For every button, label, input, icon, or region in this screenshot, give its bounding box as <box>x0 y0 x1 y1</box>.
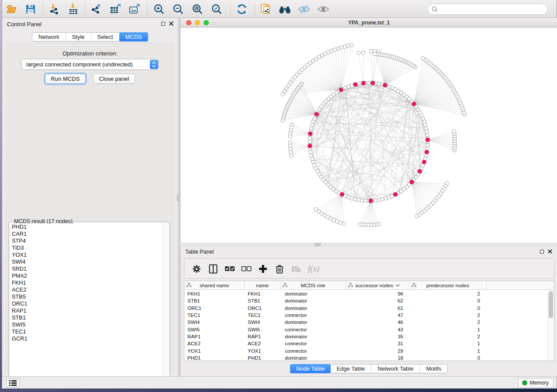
table-cell[interactable]: 31 <box>346 341 409 346</box>
table-cell[interactable]: 0 <box>409 306 486 311</box>
show-panels-button[interactable] <box>6 378 20 388</box>
refresh-button[interactable] <box>235 3 249 16</box>
search-field[interactable] <box>427 3 548 15</box>
tab-mcds[interactable]: MCDS <box>119 32 148 41</box>
table-cell[interactable]: 35 <box>346 334 409 339</box>
table-cell[interactable]: YOX1 <box>184 348 245 354</box>
zoom-fit-button[interactable] <box>191 3 204 16</box>
scrollbar-thumb[interactable] <box>549 291 553 318</box>
column-header-predecessor-nodes[interactable]: predecessor nodes <box>409 281 487 289</box>
save-session-button[interactable] <box>24 3 37 16</box>
table-row[interactable]: ORC1ORC1dominator610 <box>184 305 547 312</box>
column-header-successor-nodes[interactable]: successor nodes <box>346 281 409 289</box>
table-cell[interactable]: RAP1 <box>184 334 245 339</box>
table-settings-button[interactable] <box>190 263 203 275</box>
table-cell[interactable]: connector <box>280 341 346 346</box>
list-item[interactable]: PMA2 <box>10 272 163 279</box>
column-header-name[interactable]: name <box>245 281 280 289</box>
table-cell[interactable]: 2 <box>409 313 486 318</box>
table-cell[interactable]: 62 <box>346 298 409 303</box>
table-cell[interactable]: 2 <box>409 291 486 296</box>
table-cell[interactable]: STB1 <box>245 298 280 303</box>
delete-column-button[interactable] <box>273 263 286 275</box>
table-cell[interactable]: dominator <box>280 298 346 303</box>
close-panel-icon[interactable] <box>169 21 173 26</box>
table-cell[interactable]: 18 <box>346 355 409 361</box>
import-network-button[interactable] <box>48 3 61 16</box>
list-item[interactable]: SWI4 <box>10 258 163 265</box>
mcds-result-scrollbar[interactable] <box>163 223 169 381</box>
float-panel-icon[interactable] <box>540 250 544 254</box>
table-cell[interactable]: 1 <box>409 341 486 346</box>
table-cell[interactable]: connector <box>280 313 346 318</box>
table-row[interactable]: PHD1PHD1dominator180 <box>184 354 547 361</box>
list-item[interactable]: TID3 <box>10 244 163 251</box>
table-row[interactable]: RAP1RAP1dominator352 <box>184 333 547 340</box>
close-panel-icon[interactable] <box>548 249 552 254</box>
list-item[interactable]: YOX1 <box>10 251 163 258</box>
tab-network-table[interactable]: Network Table <box>371 364 420 373</box>
list-item[interactable]: STB5 <box>10 293 163 300</box>
tab-select[interactable]: Select <box>91 33 120 41</box>
deselect-all-button[interactable] <box>240 263 253 275</box>
add-column-button[interactable] <box>257 263 269 275</box>
table-row[interactable]: SWI4SWI4dominator462 <box>184 319 547 326</box>
horizontal-splitter[interactable] <box>180 243 557 247</box>
table-cell[interactable]: 1 <box>409 327 486 332</box>
table-cell[interactable]: connector <box>280 348 346 354</box>
splitter-grip-icon[interactable] <box>315 243 321 246</box>
table-cell[interactable]: dominator <box>280 355 346 361</box>
table-row[interactable]: STB1STB1dominator620 <box>184 297 547 304</box>
table-cell[interactable]: dominator <box>280 334 346 339</box>
table-cell[interactable]: SWI4 <box>184 320 245 325</box>
list-item[interactable]: GCR1 <box>10 335 163 342</box>
table-cell[interactable]: RAP1 <box>245 334 280 339</box>
list-item[interactable]: FKH1 <box>10 279 163 286</box>
table-cell[interactable]: TEC1 <box>245 313 280 318</box>
table-cell[interactable]: 0 <box>409 298 486 303</box>
show-all-button[interactable] <box>317 3 330 16</box>
list-item[interactable]: RAP1 <box>10 307 163 314</box>
hide-selected-button[interactable] <box>298 3 311 16</box>
table-cell[interactable]: SWI5 <box>245 327 280 332</box>
import-table-button[interactable] <box>67 3 80 16</box>
float-panel-icon[interactable] <box>161 22 165 26</box>
export-table-button[interactable] <box>109 3 122 16</box>
table-scrollbar[interactable] <box>547 290 554 361</box>
table-cell[interactable]: 2 <box>409 334 486 339</box>
list-item[interactable]: TEC1 <box>10 328 163 335</box>
table-row[interactable]: ACE2ACE2connector311 <box>184 340 547 347</box>
list-item[interactable]: ORC1 <box>10 300 163 307</box>
list-item[interactable]: SWI5 <box>10 321 163 328</box>
table-cell[interactable]: PHD1 <box>245 355 280 361</box>
table-row[interactable]: YOX1YOX1connector291 <box>184 347 547 354</box>
table-cell[interactable]: FKH1 <box>245 291 280 296</box>
list-item[interactable]: STB1 <box>10 314 163 321</box>
list-item[interactable]: ACE2 <box>10 286 163 293</box>
first-neighbors-button[interactable] <box>278 3 291 16</box>
table-cell[interactable]: 46 <box>346 320 409 325</box>
run-mcds-button[interactable]: Run MCDS <box>45 74 86 84</box>
tab-style[interactable]: Style <box>66 33 91 41</box>
table-cell[interactable]: PHD1 <box>184 355 245 361</box>
table-cell[interactable]: ORC1 <box>184 306 245 311</box>
close-panel-button[interactable]: Close panel <box>93 74 135 84</box>
table-cell[interactable]: YOX1 <box>245 348 280 354</box>
mcds-result-list[interactable]: PHD1CAR1STP4TID3YOX1SWI4SRD1PMA2FKH1ACE2… <box>10 224 163 381</box>
table-cell[interactable]: 1 <box>409 348 486 354</box>
table-cell[interactable]: ACE2 <box>245 341 280 346</box>
zoom-out-button[interactable] <box>172 3 185 16</box>
table-cell[interactable]: 0 <box>409 355 486 361</box>
table-cell[interactable]: SWI5 <box>184 327 245 332</box>
tab-edge-table[interactable]: Edge Table <box>330 364 371 373</box>
column-header-shared-name[interactable]: shared name <box>184 281 245 289</box>
table-row[interactable]: TEC1TEC1connector472 <box>184 312 547 319</box>
zoom-selected-button[interactable] <box>210 3 223 16</box>
table-cell[interactable]: 96 <box>346 291 409 296</box>
select-all-button[interactable] <box>224 263 236 275</box>
open-session-button[interactable] <box>5 3 18 16</box>
list-item[interactable]: PHD1 <box>10 224 163 230</box>
table-cell[interactable]: 29 <box>346 348 409 354</box>
list-item[interactable]: CAR1 <box>10 230 163 237</box>
table-cell[interactable]: dominator <box>280 306 346 311</box>
